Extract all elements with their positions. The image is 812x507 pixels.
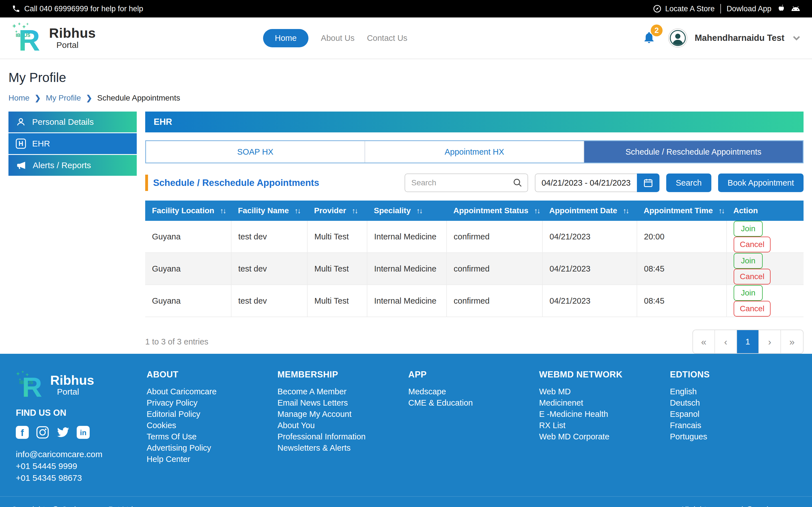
nav-contact-us[interactable]: Contact Us xyxy=(367,34,407,43)
footer-link[interactable]: Newsletters & Alerts xyxy=(277,442,408,453)
footer-link[interactable]: RX List xyxy=(539,420,670,431)
main-nav: Home About Us Contact Us xyxy=(263,29,407,47)
col-action: Action xyxy=(726,201,804,221)
footer-phone-2[interactable]: +01 54345 98673 xyxy=(16,472,147,484)
footer-link[interactable]: Web MD Corporate xyxy=(539,431,670,442)
footer-link[interactable]: Espanol xyxy=(670,408,801,420)
search-icon[interactable] xyxy=(513,178,522,187)
android-icon[interactable] xyxy=(791,4,800,13)
notifications-button[interactable]: 2 xyxy=(642,31,656,45)
cancel-button[interactable]: Cancel xyxy=(733,237,770,252)
appointments-table: Facility Location↑↓ Facility Name↑↓ Prov… xyxy=(145,201,804,317)
date-range-input[interactable] xyxy=(535,173,637,192)
footer-link[interactable]: E -Medicine Health xyxy=(539,408,670,420)
join-button[interactable]: Join xyxy=(733,253,763,269)
footer-link[interactable]: Portugues xyxy=(670,431,801,442)
cell-date: 04/21/2023 xyxy=(543,221,637,252)
chevron-down-icon[interactable] xyxy=(793,36,800,41)
svg-text:+: + xyxy=(16,371,20,377)
breadcrumb-current: Schedule Appointments xyxy=(97,94,180,103)
footer-link[interactable]: Help Center xyxy=(147,453,277,465)
join-button[interactable]: Join xyxy=(733,285,763,301)
profile-sidebar: Personal Details EHR Alerts / Reports xyxy=(8,112,137,177)
book-appointment-button[interactable]: Book Appointment xyxy=(718,173,804,192)
apple-icon[interactable] xyxy=(777,4,785,13)
brand-logo[interactable]: ++ ++ + IBHUS R Ribhus Portal xyxy=(12,21,96,55)
sort-icon[interactable]: ↑↓ xyxy=(295,207,300,215)
instagram-icon[interactable] xyxy=(36,426,49,439)
footer-link[interactable]: CME & Education xyxy=(408,397,539,408)
table-row: Guyana test dev Multi Test Internal Medi… xyxy=(145,221,804,252)
footer-link[interactable]: About Caricomcare xyxy=(147,386,277,397)
cell-provider: Multi Test xyxy=(307,252,367,285)
download-app-link[interactable]: Dowload App xyxy=(726,4,771,13)
footer-link[interactable]: Editorial Policy xyxy=(147,408,277,420)
toolbar-controls: Search Book Appointment xyxy=(405,173,804,192)
search-button[interactable]: Search xyxy=(666,173,711,192)
cancel-button[interactable]: Cancel xyxy=(733,269,770,284)
sidebar-item-alerts-reports[interactable]: Alerts / Reports xyxy=(8,155,137,176)
footer-link[interactable]: Francais xyxy=(670,420,801,431)
main-header: ++ ++ + IBHUS R Ribhus Portal Home About… xyxy=(0,17,812,59)
page-next-button[interactable]: › xyxy=(759,330,781,353)
hospital-icon xyxy=(16,138,26,149)
footer-brand-column: ++ ++ IBHUS R Ribhus Portal FIND US ON f xyxy=(11,370,147,484)
breadcrumb-home[interactable]: Home xyxy=(8,94,30,103)
tab-soap-hx[interactable]: SOAP HX xyxy=(146,141,365,163)
footer-link[interactable]: Medscape xyxy=(408,386,539,397)
footer-link[interactable]: Web MD xyxy=(539,386,670,397)
sort-icon[interactable]: ↑↓ xyxy=(534,207,540,215)
calendar-button[interactable] xyxy=(637,173,659,192)
cell-date: 04/21/2023 xyxy=(543,285,637,317)
footer-link[interactable]: Email News Letters xyxy=(277,397,408,408)
facebook-icon[interactable]: f xyxy=(16,426,29,439)
footer-link[interactable]: Manage My Account xyxy=(277,408,408,420)
notification-badge: 2 xyxy=(651,24,663,36)
page-1-button[interactable]: 1 xyxy=(737,330,759,353)
page-last-button[interactable]: » xyxy=(781,330,803,353)
footer-link[interactable]: Become A Member xyxy=(277,386,408,397)
sort-icon[interactable]: ↑↓ xyxy=(220,207,225,215)
footer-email[interactable]: info@caricomcare.com xyxy=(16,448,147,460)
tab-appointment-hx[interactable]: Appointment HX xyxy=(365,141,584,163)
page-prev-button[interactable]: ‹ xyxy=(715,330,737,353)
footer-link[interactable]: Terms Of Use xyxy=(147,431,277,442)
footer-link[interactable]: Deutsch xyxy=(670,397,801,408)
svg-text:in: in xyxy=(80,429,86,437)
tab-schedule-reschedule[interactable]: Schedule / Reschedule Appointments xyxy=(584,141,803,163)
sort-icon[interactable]: ↑↓ xyxy=(718,207,724,215)
page-first-button[interactable]: « xyxy=(693,330,715,353)
sidebar-item-ehr[interactable]: EHR xyxy=(8,133,137,154)
svg-text:+: + xyxy=(12,22,16,30)
footer-link[interactable]: About You xyxy=(277,420,408,431)
nav-about-us[interactable]: About Us xyxy=(321,34,354,43)
avatar[interactable] xyxy=(668,29,688,48)
col-appointment-time: Appointment Time↑↓ xyxy=(637,201,726,221)
sidebar-item-personal-details[interactable]: Personal Details xyxy=(8,112,137,132)
footer-link[interactable]: English xyxy=(670,386,801,397)
pagination: « ‹ 1 › » xyxy=(693,330,804,354)
footer-brand-subtitle: Portal xyxy=(50,387,94,397)
sort-icon[interactable]: ↑↓ xyxy=(352,207,357,215)
footer-link[interactable]: Medicinenet xyxy=(539,397,670,408)
user-menu[interactable]: Mahendharnaidu Test xyxy=(695,33,784,43)
footer-phone-1[interactable]: +01 54445 9999 xyxy=(16,460,147,472)
cell-facility-location: Guyana xyxy=(145,252,231,285)
twitter-icon[interactable] xyxy=(56,426,69,439)
cell-action: Join Cancel xyxy=(726,221,804,252)
footer-link[interactable]: Privacy Policy xyxy=(147,397,277,408)
sort-icon[interactable]: ↑↓ xyxy=(623,207,628,215)
locate-store-link[interactable]: Locate A Store xyxy=(653,4,715,13)
cancel-button[interactable]: Cancel xyxy=(733,301,770,317)
search-input[interactable] xyxy=(405,173,528,192)
footer-brand[interactable]: ++ ++ IBHUS R Ribhus Portal xyxy=(16,370,147,400)
footer-link[interactable]: Professional Information xyxy=(277,431,408,442)
footer-link[interactable]: Cookies xyxy=(147,420,277,431)
sort-icon[interactable]: ↑↓ xyxy=(416,207,422,215)
join-button[interactable]: Join xyxy=(733,221,763,237)
breadcrumb-my-profile[interactable]: My Profile xyxy=(46,94,81,103)
linkedin-icon[interactable]: in xyxy=(77,426,90,439)
table-header-row: Facility Location↑↓ Facility Name↑↓ Prov… xyxy=(145,201,804,221)
nav-home[interactable]: Home xyxy=(263,29,308,47)
footer-link[interactable]: Advertising Policy xyxy=(147,442,277,453)
